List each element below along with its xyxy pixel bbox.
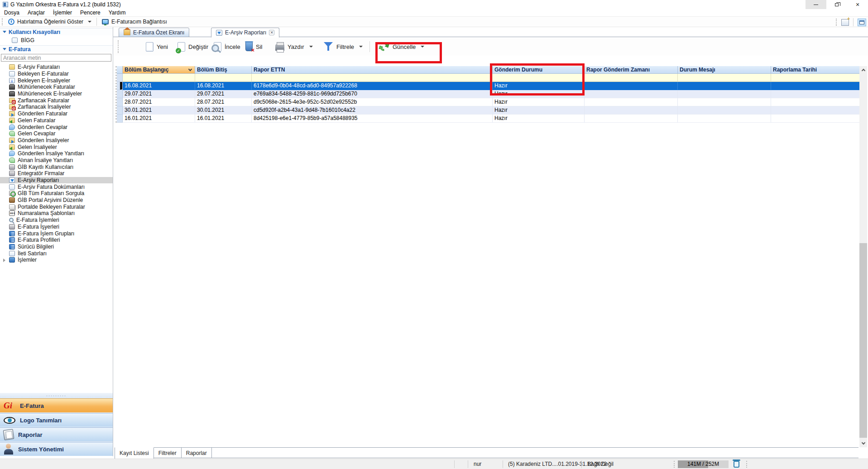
sidebar-item-e-fatura-islemleri[interactable]: E-Fatura İşlemleri	[0, 217, 113, 224]
tab-close-icon[interactable]: ✕	[269, 30, 274, 35]
sidebar-item-gelen-irsaliyeler[interactable]: Gelen İrsaliyeler	[0, 144, 113, 150]
column-header-bolum-baslangic[interactable]: Bölüm Başlangıç	[123, 66, 195, 74]
sidebar-item-gonderilen-faturalar[interactable]: Gönderilen Faturalar	[0, 110, 113, 117]
sidebar-item-gib-portal-arsivini-duzenle[interactable]: GİB Portal Arşivini Düzenle	[0, 197, 113, 204]
sidebar-item-gib-kayitli-kullanicilari[interactable]: GİB Kayıtlı Kullanıcıları	[0, 163, 113, 170]
tab-raporlar[interactable]: Raporlar	[182, 448, 212, 458]
sidebar-item-zarflanacak-irsaliyeler[interactable]: Zarflanacak İrsaliyeler	[0, 104, 113, 110]
chevron-down-icon[interactable]	[359, 46, 363, 48]
table-row[interactable]: 30.01.2021 30.01.2021 cd5d920f-a2b4-43a1…	[117, 106, 858, 115]
scroll-down-icon[interactable]	[859, 440, 867, 447]
table-row[interactable]: 28.07.2021 28.07.2021 d9c5068e-2615-4e3e…	[117, 98, 858, 106]
minimize-button[interactable]	[806, 0, 826, 9]
menu-islemler[interactable]: İşlemler	[49, 10, 76, 16]
degistir-button[interactable]: Değiştir	[175, 39, 211, 54]
chevron-down-icon[interactable]	[88, 21, 91, 23]
cell-durum-mesaji	[678, 115, 771, 123]
sidebar-item-muhurlenecek-e-irsaliyeler[interactable]: Mühürlenecek E-İrsaliyeler	[0, 91, 113, 97]
tree-label: Alınan İrsaliye Yanıtları	[18, 157, 73, 163]
search-input[interactable]	[1, 54, 111, 62]
sidebar-item-islemler[interactable]: İşlemler	[0, 257, 113, 263]
sidebar-item-bekleyen-e-irsaliyeler[interactable]: Bekleyen E-İrsaliyeler	[0, 77, 113, 84]
sidebar-item-muhurlenecek-faturalar[interactable]: Mühürlenecek Faturalar	[0, 84, 113, 91]
sidebar-item-e-arsiv-faturalari[interactable]: E-Arşiv Faturaları	[0, 64, 113, 71]
menu-araclar[interactable]: Araçlar	[24, 10, 49, 16]
sidebar-item-e-arsiv-raporlari[interactable]: E-Arşiv Raporları	[0, 177, 113, 184]
expand-icon[interactable]	[3, 258, 5, 262]
column-header-gonderim-durumu[interactable]: Gönderim Durumu	[493, 66, 585, 74]
nav-button-raporlar[interactable]: Raporlar	[0, 427, 113, 441]
sidebar-item-e-fatura-islem-gruplari[interactable]: E-Fatura İşlem Grupları	[0, 230, 113, 237]
nav-button-logo-tanimlari[interactable]: Logo Tanımları	[0, 413, 113, 427]
reminder-toggle-button[interactable]: Hatırlatma Öğelerini Göster	[5, 17, 94, 27]
sidebar-item-gib-tum-faturalari-sorgula[interactable]: GİB Tüm Faturaları Sorgula	[0, 190, 113, 197]
chevron-down-icon[interactable]	[421, 46, 424, 48]
scrollbar-thumb[interactable]	[859, 243, 867, 438]
tab-e-fatura-ozet-ekrani[interactable]: E-Fatura Özet Ekranı	[119, 28, 189, 37]
filter-cell[interactable]	[678, 74, 771, 82]
filter-cell[interactable]	[493, 74, 585, 82]
tab-e-arsiv-raporlari[interactable]: E-Arşiv Raporları ✕	[211, 28, 279, 38]
table-row[interactable]: 29.07.2021 29.07.2021 e769a834-5488-4259…	[117, 90, 858, 98]
yazdir-button[interactable]: Yazdır	[273, 39, 316, 54]
nav-button-e-fatura[interactable]: E-Fatura	[0, 398, 113, 412]
sidebar-item-e-fatura-profilleri[interactable]: E-Fatura Profilleri	[0, 237, 113, 244]
efaturacim-connection-button[interactable]: E-Faturacım Bağlantısı	[99, 17, 170, 27]
section-e-fatura[interactable]: E-Fatura	[0, 45, 113, 53]
garbage-collect-trash-icon[interactable]	[734, 461, 739, 468]
section-kullanici-kisayollari[interactable]: Kullanıcı Kısayolları	[0, 28, 113, 35]
column-header-rapor-gonderim-zamani[interactable]: Rapor Gönderim Zamanı	[585, 66, 678, 74]
sidebar-item-gonderilen-irsaliye-yanitlari[interactable]: Gönderilen İrsaliye Yanıtları	[0, 150, 113, 157]
form-perspective-icon[interactable]	[858, 19, 866, 26]
column-header-durum-mesaji[interactable]: Durum Mesajı	[678, 66, 771, 74]
refresh-icon	[379, 41, 389, 52]
filter-cell[interactable]	[195, 74, 252, 82]
close-button[interactable]: ×	[847, 0, 868, 9]
sidebar-item-e-fatura-isyerleri[interactable]: E-Fatura İşyerleri	[0, 224, 113, 230]
cell-gonderim-durumu: Hazır	[493, 90, 585, 98]
filter-cell[interactable]	[585, 74, 678, 82]
cell-rapor-ettn: e769a834-5488-4259-881c-969dd725b670	[252, 90, 493, 98]
sidebar-item-zarflanacak-faturalar[interactable]: Zarflanacak Faturalar	[0, 97, 113, 104]
menu-dosya[interactable]: Dosya	[0, 10, 24, 16]
menu-pencere[interactable]: Pencere	[76, 10, 105, 16]
guncelle-button[interactable]: Güncelle	[376, 39, 427, 54]
yeni-button[interactable]: Yeni	[143, 39, 171, 54]
vertical-scrollbar[interactable]	[859, 66, 867, 447]
table-row[interactable]: 16.01.2021 16.01.2021 8d425198-e6e1-4779…	[117, 115, 858, 123]
sidebar-item-gonderilen-irsaliyeler[interactable]: Gönderilen İrsaliyeler	[0, 137, 113, 144]
sidebar-item-alinan-irsaliye-yanitlari[interactable]: Alınan İrsaliye Yanıtları	[0, 157, 113, 164]
sidebar-item-gonderilen-cevaplar[interactable]: Gönderilen Cevaplar	[0, 124, 113, 130]
sidebar-item-bekleyen-e-faturalar[interactable]: Bekleyen E-Faturalar	[0, 71, 113, 77]
nav-button-sistem-yonetimi[interactable]: Sistem Yönetimi	[0, 442, 113, 456]
sort-chevron-icon[interactable]	[188, 67, 192, 71]
scroll-up-icon[interactable]	[859, 66, 867, 74]
restore-button[interactable]	[826, 0, 847, 9]
sidebar-item-e-arsiv-fatura-dokumanlari[interactable]: E-Arşiv Fatura Dokümanları	[0, 183, 113, 190]
sidebar-item-portalde-bekleyen-faturalar[interactable]: Portalde Bekleyen Faturalar	[0, 203, 113, 210]
sidebar-item-bigg[interactable]: BİGG	[0, 37, 113, 43]
sidebar-item-numaralama-sablonlari[interactable]: Numaralama Şablonları	[0, 210, 113, 217]
sidebar-item-entegrator-firmalar[interactable]: Entegratör Firmalar	[0, 170, 113, 177]
menu-yardim[interactable]: Yardım	[105, 10, 130, 16]
open-perspective-icon[interactable]	[841, 19, 849, 26]
tab-kayit-listesi[interactable]: Kayıt Listesi	[115, 447, 154, 459]
toolbar-separator	[96, 18, 97, 26]
column-header-raporlama-tarihi[interactable]: Raporlama Tarihi	[771, 66, 860, 74]
column-header-rapor-ettn[interactable]: Rapor ETTN	[252, 66, 493, 74]
chevron-down-icon[interactable]	[309, 46, 313, 48]
column-header-bolum-bitis[interactable]: Bölüm Bitiş	[195, 66, 252, 74]
table-row[interactable]: 16.08.2021 16.08.2021 6178e6d9-0b04-48cd…	[117, 82, 858, 90]
sil-button[interactable]: Sil	[243, 39, 265, 54]
filter-cell[interactable]	[771, 74, 860, 82]
tab-filtreler[interactable]: Filtreler	[154, 448, 182, 458]
filter-cell[interactable]	[252, 74, 493, 82]
sidebar-item-gelen-faturalar[interactable]: Gelen Faturalar	[0, 117, 113, 124]
filtrele-button[interactable]: Filtrele	[321, 39, 365, 54]
sidebar-item-gelen-cevaplar[interactable]: Gelen Cevaplar	[0, 130, 113, 137]
incele-button[interactable]: İncele	[211, 39, 243, 54]
sidebar-splitter-handle[interactable]: ·········	[0, 393, 113, 398]
sidebar-item-surucu-bilgileri[interactable]: Sürücü Bilgileri	[0, 244, 113, 250]
sidebar-item-ileti-satirlari[interactable]: İleti Satırları	[0, 250, 113, 257]
filter-cell[interactable]	[123, 74, 195, 82]
